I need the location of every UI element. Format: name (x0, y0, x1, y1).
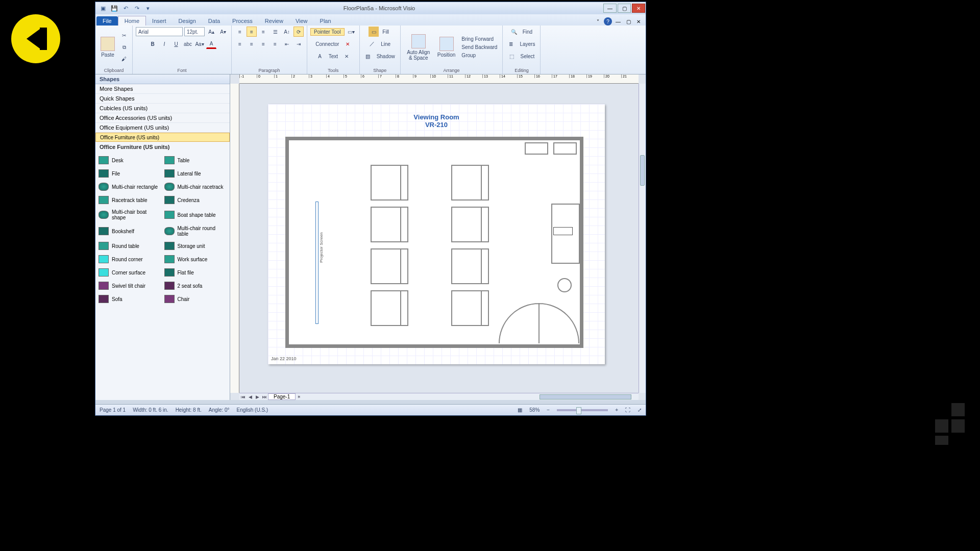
tab-file[interactable]: File (96, 16, 118, 26)
more-shapes-item[interactable]: More Shapes (95, 84, 230, 94)
shrink-font-icon[interactable]: A▾ (218, 27, 228, 37)
round-shape[interactable] (557, 278, 572, 292)
stencil-accessories[interactable]: Office Accessories (US units) (95, 113, 230, 123)
copy-icon[interactable]: ⧉ (119, 42, 129, 53)
strikethrough-button[interactable]: abc (183, 39, 193, 49)
redo-icon[interactable]: ↷ (132, 4, 141, 13)
shape-item[interactable]: Multi-chair round table (163, 223, 228, 239)
align-center-icon[interactable]: ≡ (247, 39, 257, 49)
shape-item[interactable]: Corner surface (97, 266, 162, 279)
back-badge[interactable] (11, 14, 60, 63)
line-button[interactable]: Line (379, 41, 393, 47)
mdi-min-icon[interactable]: — (614, 17, 622, 26)
format-painter-icon[interactable]: 🖌 (119, 54, 129, 64)
bold-button[interactable]: B (148, 39, 158, 49)
autoalign-button[interactable]: Auto Align & Space (404, 33, 433, 62)
device-shape[interactable] (553, 227, 573, 235)
tab-data[interactable]: Data (202, 16, 226, 26)
indent-inc-icon[interactable]: ⇥ (293, 39, 304, 49)
layers-button[interactable]: Layers (518, 41, 537, 47)
case-button[interactable]: Aa▾ (194, 39, 205, 49)
italic-button[interactable]: I (159, 39, 169, 49)
canvas[interactable]: -1012345678910111213141516171819202122 V… (230, 74, 646, 400)
font-size-select[interactable]: 12pt. (184, 27, 205, 36)
qat-more-icon[interactable]: ▾ (143, 4, 153, 13)
zoom-in-icon[interactable]: + (615, 407, 618, 413)
align-top-icon[interactable]: ≡ (235, 27, 245, 37)
tab-plan[interactable]: Plan (314, 16, 337, 26)
seat-shape[interactable] (451, 290, 489, 326)
connector-tool-button[interactable]: Connector (313, 41, 341, 47)
minimize-button[interactable]: — (603, 4, 617, 13)
maximize-button[interactable]: ▢ (618, 4, 631, 13)
shape-item[interactable]: Round table (97, 240, 162, 252)
stencil-cubicles[interactable]: Cubicles (US units) (95, 104, 230, 113)
seat-shape[interactable] (371, 290, 408, 326)
hscroll-thumb[interactable] (540, 394, 631, 399)
shape-item[interactable]: Sofa (97, 293, 162, 305)
text-direction-icon[interactable]: A↕ (282, 27, 292, 37)
align-bottom-icon[interactable]: ≡ (258, 27, 268, 37)
shape-item[interactable]: Multi-chair rectangle (97, 181, 162, 193)
shape-item[interactable]: Swivel tilt chair (97, 280, 162, 292)
shadow-icon[interactable]: ▧ (363, 51, 373, 61)
pointer-tool-button[interactable]: Pointer Tool (310, 28, 345, 36)
tab-process[interactable]: Process (226, 16, 259, 26)
drawing-page[interactable]: Viewing Room VR-210 Projector Screen (268, 104, 605, 364)
cut-icon[interactable]: ✂ (119, 31, 129, 41)
help-icon[interactable]: ? (604, 17, 612, 26)
paste-button[interactable]: Paste (99, 36, 117, 59)
group-button[interactable]: Group (459, 52, 499, 59)
fit-page-icon[interactable]: ⛶ (625, 407, 630, 413)
tab-insert[interactable]: Insert (146, 16, 173, 26)
tab-review[interactable]: Review (259, 16, 289, 26)
shape-item[interactable]: 2 seat sofa (163, 280, 228, 292)
new-page-icon[interactable]: ✶ (296, 394, 303, 399)
rotate-text-icon[interactable]: ⟳ (293, 27, 304, 37)
door-shape[interactable] (498, 298, 580, 344)
shape-item[interactable]: Desk (97, 154, 162, 166)
underline-button[interactable]: U (171, 39, 181, 49)
text-tool-icon[interactable]: A (315, 51, 325, 61)
shape-item[interactable]: Multi-chair racetrack (163, 181, 228, 193)
font-name-select[interactable]: Arial (136, 27, 183, 36)
conn-point-icon[interactable]: ✕ (341, 51, 352, 61)
shape-item[interactable]: Racetrack table (97, 194, 162, 206)
stencil-equipment[interactable]: Office Equipment (US units) (95, 123, 230, 133)
stencil-furniture[interactable]: Office Furniture (US units) (95, 133, 230, 142)
shape-item[interactable]: Multi-chair boat shape (97, 207, 162, 222)
vertical-scrollbar[interactable] (639, 84, 646, 393)
seat-shape[interactable] (451, 207, 489, 242)
fullscreen-icon[interactable]: ⤢ (638, 407, 642, 413)
tab-view[interactable]: View (289, 16, 314, 26)
grow-font-icon[interactable]: A▴ (206, 27, 216, 37)
align-middle-icon[interactable]: ≡ (247, 27, 257, 37)
shape-item[interactable]: Round corner (97, 253, 162, 265)
ribbon-minimize-icon[interactable]: ˅ (594, 17, 602, 26)
seat-shape[interactable] (371, 207, 408, 242)
seat-shape[interactable] (371, 165, 408, 201)
shape-item[interactable]: Storage unit (163, 240, 228, 252)
page-prev-icon[interactable]: ◀ (247, 394, 254, 399)
tab-home[interactable]: Home (118, 16, 146, 26)
page-tab[interactable]: Page-1 (268, 393, 296, 400)
select-icon[interactable]: ⬚ (507, 51, 517, 61)
rectangle-tool-icon[interactable]: ▭▾ (346, 27, 356, 37)
indent-dec-icon[interactable]: ⇤ (282, 39, 292, 49)
status-macros-icon[interactable]: ▦ (518, 407, 522, 413)
mdi-restore-icon[interactable]: ▢ (624, 17, 632, 26)
page-next-icon[interactable]: ▶ (254, 394, 261, 399)
zoom-out-icon[interactable]: − (547, 407, 550, 413)
shape-item[interactable]: Credenza (163, 194, 228, 206)
room-wall[interactable]: Projector Screen (285, 137, 583, 348)
seat-shape[interactable] (451, 248, 489, 284)
select-button[interactable]: Select (519, 53, 537, 60)
text-tool-button[interactable]: Text (327, 53, 340, 60)
shadow-button[interactable]: Shadow (375, 53, 397, 60)
shape-item[interactable]: Work surface (163, 253, 228, 265)
send-backward-button[interactable]: Send Backward (459, 44, 499, 51)
zoom-slider[interactable] (557, 409, 608, 411)
scroll-thumb[interactable] (640, 155, 645, 186)
position-button[interactable]: Position (435, 36, 458, 59)
shape-item[interactable]: Chair (163, 293, 228, 305)
